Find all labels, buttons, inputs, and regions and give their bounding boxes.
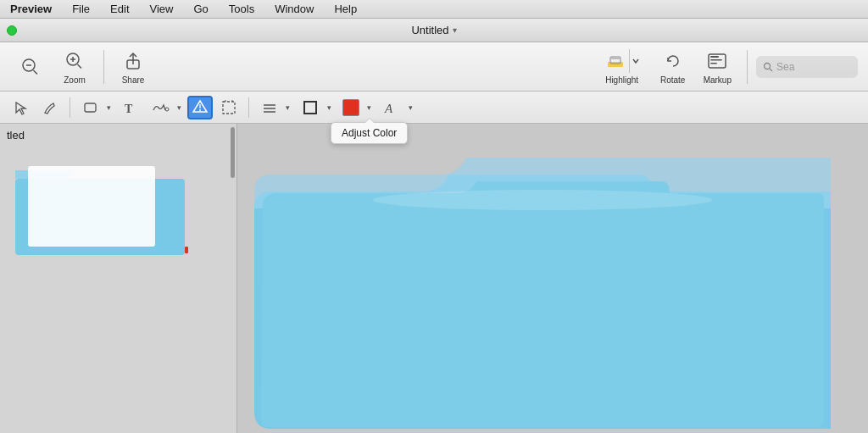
markup-label: Markup: [704, 75, 732, 85]
main-content: tled: [0, 124, 868, 433]
search-icon: [763, 62, 773, 72]
signature-tool-button[interactable]: ▾: [146, 96, 184, 119]
sidebar-item-label: tled: [7, 129, 25, 142]
menu-tools[interactable]: Tools: [225, 3, 258, 15]
window-title: Untitled ▾: [411, 24, 456, 36]
tooltip: Adjust Color: [331, 122, 408, 144]
share-icon: [121, 49, 145, 73]
menu-go[interactable]: Go: [190, 3, 211, 15]
svg-rect-18: [85, 103, 96, 112]
highlight-icon[interactable]: [602, 49, 629, 73]
title-label: Untitled: [411, 24, 448, 36]
tool-sep-1: [70, 97, 70, 118]
sidebar-folder-1[interactable]: [7, 153, 193, 264]
border-icon: [296, 96, 325, 119]
menu-edit[interactable]: Edit: [107, 3, 132, 15]
highlight-button[interactable]: Highlight: [595, 46, 649, 88]
folder-svg-1: [7, 153, 193, 264]
menu-help[interactable]: Help: [331, 3, 360, 15]
sidebar-scrollbar-thumb: [231, 127, 235, 178]
svg-line-2: [34, 70, 38, 75]
title-bar: Untitled ▾: [0, 19, 868, 42]
svg-rect-13: [710, 56, 719, 58]
highlight-label: Highlight: [605, 75, 638, 85]
svg-point-34: [373, 190, 712, 210]
share-button[interactable]: Share: [113, 46, 153, 88]
color-chevron-icon[interactable]: ▾: [364, 96, 374, 119]
svg-point-16: [765, 63, 771, 69]
svg-line-6: [78, 64, 82, 69]
menu-window[interactable]: Window: [271, 3, 317, 15]
zoom-label: Zoom: [64, 75, 86, 85]
markup-button[interactable]: Markup: [697, 46, 738, 88]
signature-tool-icon: [146, 96, 175, 119]
sidebar-item[interactable]: tled: [0, 124, 236, 147]
draw-tool-button[interactable]: [37, 96, 63, 119]
zoom-out-icon: [19, 55, 42, 79]
font-menu-button[interactable]: A ▾: [377, 96, 415, 119]
svg-rect-14: [710, 59, 722, 61]
zoom-in-icon: [63, 49, 86, 73]
traffic-lights: [7, 25, 17, 36]
svg-rect-15: [710, 63, 717, 64]
red-marker: [185, 247, 188, 253]
signature-chevron-icon[interactable]: ▾: [175, 96, 184, 119]
color-swatch-red: [342, 99, 359, 116]
svg-point-20: [165, 108, 169, 111]
menu-preview[interactable]: Preview: [7, 3, 55, 15]
color-swatch-icon: [337, 96, 364, 119]
search-box[interactable]: Sea: [756, 56, 858, 78]
lines-icon: [256, 96, 283, 119]
sidebar-scrollbar[interactable]: [230, 124, 235, 433]
color-menu-button[interactable]: ▾: [337, 96, 374, 119]
text-tool-button[interactable]: T: [117, 96, 142, 119]
title-chevron-icon[interactable]: ▾: [453, 25, 457, 35]
menu-bar: Preview File Edit View Go Tools Window H…: [0, 0, 868, 19]
main-toolbar: Zoom Share High: [0, 42, 868, 92]
adjust-color-button[interactable]: [187, 96, 213, 119]
secondary-toolbar: ▾ T ▾: [0, 92, 868, 124]
crop-tool-button[interactable]: [216, 96, 242, 119]
shape-tool-icon: [77, 96, 104, 119]
border-chevron-icon[interactable]: ▾: [325, 96, 334, 119]
toolbar-sep-2: [747, 50, 748, 84]
svg-rect-33: [28, 166, 155, 247]
svg-line-17: [770, 69, 772, 71]
svg-rect-30: [304, 102, 316, 114]
rotate-button[interactable]: Rotate: [653, 46, 693, 88]
main-folder-svg: [254, 141, 831, 429]
lines-chevron-icon[interactable]: ▾: [283, 96, 292, 119]
font-icon: A: [377, 96, 406, 119]
highlight-btn-row: [602, 49, 643, 73]
font-chevron-icon[interactable]: ▾: [406, 96, 415, 119]
shape-chevron-icon[interactable]: ▾: [104, 96, 114, 119]
zoom-out-button[interactable]: [10, 52, 51, 82]
toolbar-sep-1: [103, 50, 104, 84]
menu-file[interactable]: File: [69, 3, 93, 15]
tool-sep-2: [248, 97, 249, 118]
sidebar: tled: [0, 124, 237, 433]
markup-icon: [705, 49, 729, 73]
svg-rect-24: [223, 102, 235, 114]
svg-text:A: A: [384, 102, 393, 115]
highlight-chevron-icon[interactable]: [629, 49, 643, 73]
sidebar-folder-area: [0, 147, 236, 433]
selection-tool-button[interactable]: [8, 96, 34, 119]
zoom-in-button[interactable]: Zoom: [54, 46, 95, 88]
share-label: Share: [122, 75, 145, 85]
traffic-light-green[interactable]: [7, 25, 17, 36]
content-area: [237, 124, 868, 433]
rotate-icon: [661, 49, 685, 73]
tooltip-text: Adjust Color: [342, 127, 397, 139]
menu-view[interactable]: View: [147, 3, 177, 15]
rotate-label: Rotate: [660, 75, 685, 85]
border-menu-button[interactable]: ▾: [296, 96, 334, 119]
svg-point-23: [199, 109, 201, 111]
search-placeholder: Sea: [776, 61, 794, 73]
svg-text:T: T: [125, 103, 133, 115]
shape-tool-button[interactable]: ▾: [77, 96, 114, 119]
lines-menu-button[interactable]: ▾: [256, 96, 292, 119]
